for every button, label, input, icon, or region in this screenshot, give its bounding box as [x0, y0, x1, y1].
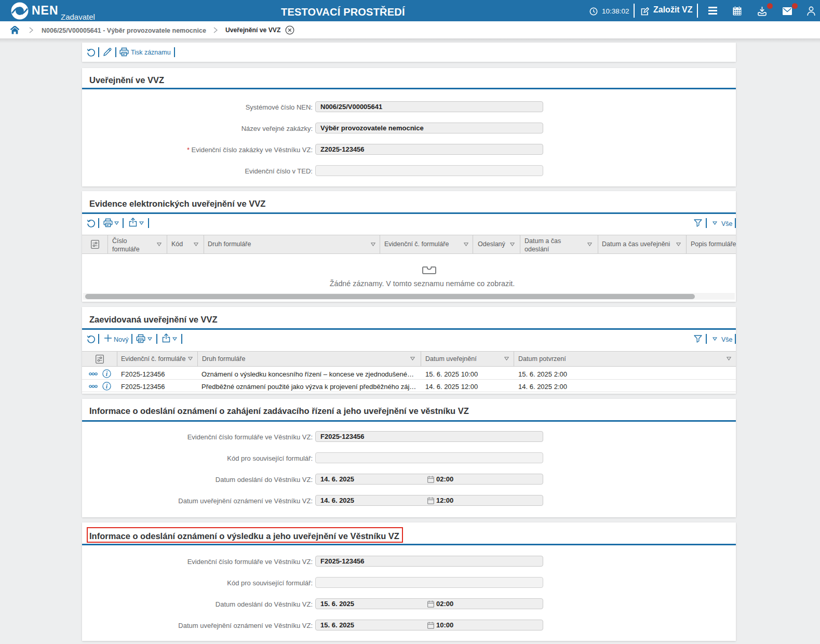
svg-text:i: i [106, 370, 108, 378]
svg-text:i: i [106, 383, 108, 390]
